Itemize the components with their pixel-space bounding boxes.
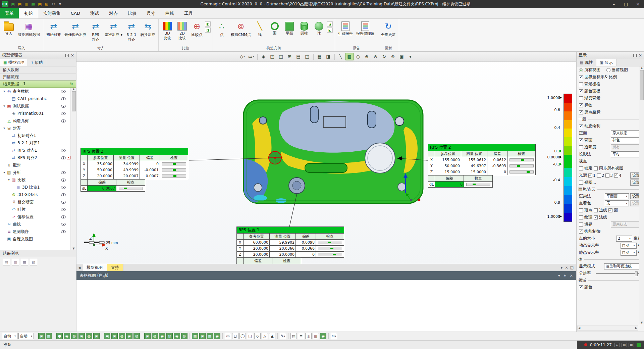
tree-item[interactable]: ▣自定义视图 xyxy=(0,235,70,243)
ribbon-button-3-5[interactable]: 圆柱 xyxy=(297,19,312,37)
bottom-tool-icon-32[interactable]: ◇ xyxy=(254,333,261,339)
circle-select-tool[interactable]: ○ xyxy=(354,53,362,60)
tableview-collapse-icon[interactable]: ▾ xyxy=(558,273,560,278)
visibility-eye-icon[interactable] xyxy=(61,112,66,115)
rps-table[interactable]: RPS 位置 3参考位置测量 位置偏差检查X35.000034.99990Y50… xyxy=(80,148,188,192)
expand-icon[interactable]: ▾ xyxy=(2,171,6,174)
bottom-select-1[interactable]: 自动 xyxy=(18,333,34,339)
menu-tab-5[interactable]: 对齐 xyxy=(104,8,123,18)
tree-item[interactable]: ∪配对 xyxy=(0,161,70,169)
bottom-tool-icon-8[interactable]: ◉ xyxy=(93,333,100,339)
status-icon-0[interactable]: ▸ xyxy=(614,343,620,347)
visibility-eye-icon[interactable] xyxy=(61,215,66,218)
resolution-slider[interactable] xyxy=(596,273,640,274)
new-document-icon[interactable]: ▣ xyxy=(10,1,16,7)
status-icon-2[interactable]: ▦ xyxy=(629,343,634,347)
color-scale-marker[interactable] xyxy=(559,150,563,152)
select-26[interactable]: 自动 xyxy=(621,250,637,256)
bottom-tool-icon-12[interactable]: ◍ xyxy=(119,333,125,339)
scroll-up-icon[interactable]: ▲ xyxy=(72,88,74,91)
bottom-tool-icon-13[interactable]: ◉ xyxy=(126,333,132,339)
visibility-eye-icon[interactable] xyxy=(61,186,66,189)
tree-item[interactable]: △构造几何 xyxy=(0,117,70,124)
expand-icon[interactable]: ▾ xyxy=(2,127,6,130)
bottom-tool-icon-36[interactable]: ✎▾ xyxy=(280,333,286,339)
maximize-button[interactable]: □ xyxy=(620,0,632,8)
table-view-bar[interactable]: 表格视图 (自动) ▾∗× xyxy=(76,271,576,280)
result-view-icon-3[interactable]: ▧ xyxy=(30,259,37,265)
expand-icon[interactable]: ▾ xyxy=(2,90,6,93)
expand-selection-tool[interactable]: ⊕ xyxy=(363,53,371,60)
checkbox-20[interactable]: ✓ xyxy=(608,208,612,212)
checkbox-14[interactable] xyxy=(594,166,598,170)
display-panel-hscrollbar[interactable]: ◀ ▶ xyxy=(577,326,638,331)
scroll-up-icon[interactable]: ▲ xyxy=(641,66,643,69)
rectangle-zoom-tool[interactable]: ▩ xyxy=(345,53,354,60)
ribbon-button-4-0[interactable]: 生成报告 xyxy=(336,19,355,37)
export-icon[interactable]: ▤ xyxy=(37,1,43,7)
bottom-tool-icon-6[interactable]: ◉ xyxy=(78,333,85,339)
tree-item[interactable]: ⇄RPS 对齐1 xyxy=(0,147,70,154)
select-shape-tool[interactable]: ◇▾ xyxy=(238,53,247,60)
ribbon-button-3-3[interactable]: 圆 xyxy=(267,19,282,37)
menu-tab-8[interactable]: 曲线 xyxy=(160,8,179,18)
ribbon-button-4-1[interactable]: 报告管理器 xyxy=(355,19,376,37)
bottom-tool-icon-30[interactable]: ◯ xyxy=(239,333,246,339)
checkbox-21[interactable]: ✓ xyxy=(594,215,598,219)
color-scale-marker[interactable] xyxy=(559,215,563,218)
scroll-thumb[interactable] xyxy=(640,70,644,100)
selected-result-section[interactable]: 结果数据 - 1↻ xyxy=(0,81,76,88)
model-manager-tab-1[interactable]: ?帮助 xyxy=(28,59,46,66)
viewport-3d[interactable]: ◇▾▭▾◈◳◫⊞▤◰▦◨╲▩○⊕⊙↻⊗▣▾ xyxy=(76,52,576,264)
compare-extra-2[interactable]: ◨ xyxy=(205,28,211,33)
model-manager-tab-0[interactable]: ▦模型管理 xyxy=(0,59,28,66)
bottom-tool-icon-10[interactable]: ▣ xyxy=(104,333,110,339)
checkbox-1[interactable]: ✓ xyxy=(579,75,583,79)
open-project-icon[interactable]: ▤ xyxy=(17,1,23,7)
bottom-tool-icon-23[interactable]: ▦ xyxy=(192,333,198,339)
bottom-tool-icon-26[interactable]: ◉ xyxy=(214,333,220,339)
visibility-eye-icon[interactable] xyxy=(61,223,66,226)
ribbon-button-0-1[interactable]: ▦替换测试数据 xyxy=(16,19,42,38)
visibility-eye-icon[interactable] xyxy=(61,179,66,182)
shaded-display[interactable]: ◨ xyxy=(324,53,332,60)
tree-item[interactable]: ▾▦测试数据 xyxy=(0,102,70,110)
tree-item[interactable]: ⇄RPS 对齐2× xyxy=(0,154,70,161)
bottom-tool-icon-24[interactable]: ◉ xyxy=(199,333,206,339)
ribbon-button-3-2[interactable]: ╲线 xyxy=(253,19,267,38)
menu-tab-0[interactable]: 菜单 xyxy=(0,8,19,18)
measure-line-tool[interactable]: ╲ xyxy=(337,53,345,60)
light-checkbox-4[interactable]: ✓ xyxy=(614,173,618,178)
bottom-tool-icon-25[interactable]: ▦ xyxy=(207,333,213,339)
view-tab-0[interactable]: 模型视图 xyxy=(83,264,107,271)
menu-tab-6[interactable]: 比较 xyxy=(123,8,142,18)
import-icon[interactable]: ▦ xyxy=(30,1,36,7)
clear-selection-tool[interactable]: ⊗ xyxy=(389,53,397,60)
ribbon-button-0-0[interactable]: 导入 xyxy=(1,19,16,37)
ribbon-button-5-0[interactable]: ↻全部更新 xyxy=(379,19,397,38)
ribbon-button-1-3[interactable]: ⇄基准对齐 ▾ xyxy=(103,19,124,38)
bottom-tool-icon-44[interactable]: ⊕▾ xyxy=(331,333,337,339)
select-19[interactable]: 无 xyxy=(605,200,629,206)
ribbon-button-3-6[interactable]: 球 xyxy=(312,19,326,37)
menu-tab-9[interactable]: 工具 xyxy=(179,8,198,18)
tree-item[interactable]: ↗偏移位置 xyxy=(0,213,70,220)
menu-tab-3[interactable]: CAD xyxy=(66,8,85,18)
redo-icon[interactable]: ↻ xyxy=(50,1,56,7)
bottom-tool-icon-18[interactable]: ◉ xyxy=(159,333,165,339)
display-panel-tab-1[interactable]: ▣显示 xyxy=(596,59,616,66)
color-scale-marker[interactable] xyxy=(559,163,563,165)
minimize-button[interactable]: – xyxy=(608,0,620,8)
tree-item[interactable]: ≡硬测顺序 xyxy=(0,228,70,235)
bottom-tool-icon-41[interactable]: ▥ xyxy=(313,333,319,339)
scroll-left-icon[interactable]: ◀ xyxy=(578,327,580,330)
ribbon-button-1-2[interactable]: ⇄RPS 对齐 xyxy=(88,19,103,43)
tree-item[interactable]: ▾▧分析 xyxy=(0,169,70,176)
bottom-tool-icon-11[interactable]: ◉ xyxy=(111,333,118,339)
view-tab-1[interactable]: 支持 xyxy=(107,264,123,271)
tab-scroll-left-icon[interactable]: ◀ xyxy=(76,264,83,271)
tree-item[interactable]: ≈曲线 xyxy=(0,220,70,228)
ribbon-button-1-0[interactable]: ⇄初始对齐 xyxy=(45,19,63,38)
bottom-tool-icon-1[interactable]: ▦ xyxy=(46,333,52,339)
visibility-eye-icon[interactable] xyxy=(61,156,66,159)
